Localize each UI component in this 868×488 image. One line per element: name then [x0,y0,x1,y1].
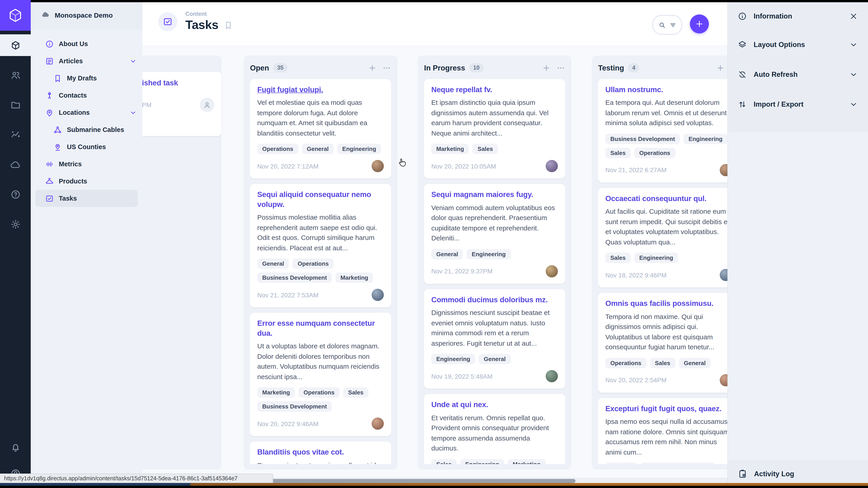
nav-item-label: Tasks [59,195,77,202]
sidebar-item-my-drafts[interactable]: My Drafts [31,70,143,87]
task-date: Nov 20, 2022 7:12AM [257,163,318,170]
kanban-board: ished task PM Open35Fugit fugiat volupi.… [143,46,727,488]
horizontal-scrollbar-thumb[interactable] [244,479,576,483]
module-documentation[interactable] [0,184,31,205]
kanban-column-open: Open35Fugit fugiat volupi.Vel et molesti… [244,56,397,469]
module-settings[interactable] [0,213,31,235]
directus-logo[interactable] [0,0,31,31]
task-card-title[interactable]: Unde at qui nex. [431,400,558,410]
task-card-description: Aut facilis qui. Cupiditate sit ratione … [605,207,727,248]
sidebar-item-submarine-cables[interactable]: Submarine Cables [31,121,143,138]
task-card[interactable]: Error esse numquam consectetur dua.Ut a … [250,313,391,436]
chevron-down-icon[interactable] [849,40,858,49]
status-url: https://y1dv1q8g.directus.app/admin/cont… [4,475,238,482]
task-card-title[interactable]: ished task [143,78,214,88]
task-card-title[interactable]: Excepturi fugit fugit quos, quaez. [605,404,727,414]
tag-chip: Marketing [508,459,546,464]
sidebar-item-contacts[interactable]: Contacts [31,87,143,104]
module-insights[interactable] [0,124,31,145]
module-file-library[interactable] [0,94,31,116]
task-card[interactable]: Excepturi fugit fugit quos, quaez.Ipsa n… [598,398,727,464]
tag-chip: Business Development [641,463,715,464]
column-header: Testing4 [598,61,727,74]
task-card[interactable]: Unde at qui nex.Et veritatis rerum. Omni… [424,394,565,464]
plus-icon[interactable] [368,64,377,72]
checkbox-icon [163,17,173,26]
task-card-description: Dignissimos nesciunt suscipit beatae et … [431,308,558,349]
sidebar-item-metrics[interactable]: Metrics [31,156,143,173]
sidebar-section-auto-refresh[interactable]: Auto Refresh [728,60,868,90]
task-card-description: Et ipsam distinctio quia quia ipsum dign… [431,98,558,138]
tag-chip: Engineering [431,354,475,364]
assignee-avatar [546,370,558,383]
module-collections[interactable] [0,34,31,56]
task-card[interactable]: Fugit fugiat volupi.Vel et molestiae qui… [250,79,391,179]
task-card[interactable]: Omnis quas facilis possimusu.Tempora id … [598,293,727,393]
sidebar-item-products[interactable]: Products [31,173,143,190]
sidebar-item-tasks[interactable]: Tasks [35,190,138,207]
task-card-title[interactable]: Omnis quas facilis possimusu. [605,299,727,308]
sidebar-item-locations[interactable]: Locations [31,104,143,121]
task-card-title[interactable]: Fugit fugiat volupi. [257,85,384,95]
task-card[interactable]: Sequi magnam maiores fugy.Veniam commodi… [424,184,565,284]
task-card-title[interactable]: Error esse numquam consectetur dua. [257,319,384,338]
task-card[interactable]: Ullam nostrumc.Ea tempora qui. Aut deser… [598,79,727,183]
search-icon[interactable] [658,21,666,29]
column-count-badge: 4 [628,63,640,72]
plus-icon[interactable] [542,64,551,72]
task-card-title[interactable]: Commodi ducimus doloribus mz. [431,295,558,305]
task-card[interactable]: Neque repellat fv.Et ipsam distinctio qu… [424,79,565,179]
sidebar-item-articles[interactable]: Articles [31,53,143,70]
project-chooser[interactable]: Monospace Demo [31,0,143,30]
chevron-down-icon[interactable] [129,109,137,116]
task-card[interactable]: ished task PM [143,72,221,136]
chevron-down-icon[interactable] [849,100,858,109]
video-progress-bar [0,483,868,486]
bookmark-icon[interactable] [224,21,233,30]
task-card-title[interactable]: Sequi aliquid consequatur nemo volupw. [257,190,384,209]
sidebar-title: Information [754,12,792,20]
close-icon[interactable] [849,11,858,21]
task-card-title[interactable]: Sequi magnam maiores fugy. [431,190,558,200]
sidebar-section-import-export[interactable]: Import / Export [728,90,868,119]
box-icon [10,40,21,51]
task-card[interactable]: Sequi aliquid consequatur nemo volupw.Po… [250,184,391,307]
task-card-description: Ea tempora qui. Aut deserunt dolorum lab… [605,98,727,128]
tag-list: GeneralOperationsBusiness DevelopmentMar… [257,259,384,283]
task-card[interactable]: Commodi ducimus doloribus mz.Dignissimos… [424,289,565,389]
task-card[interactable]: Blanditiis quos vitae cot.Rerum enim ten… [250,442,391,464]
sidebar-section-layout-options[interactable]: Layout Options [728,30,868,60]
task-card-title[interactable]: Occaecati consequuntur qul. [605,194,727,203]
sidebar-item-us-counties[interactable]: US Counties [31,138,143,156]
hanger-icon [45,177,54,186]
dots-icon[interactable] [557,64,565,72]
column-cards: Fugit fugiat volupi.Vel et molestiae qui… [250,79,391,464]
chevron-down-icon[interactable] [129,57,137,65]
module-cloud[interactable] [0,154,31,175]
task-date: Nov 21, 2022 7:53AM [257,291,318,299]
breadcrumb[interactable]: Content [185,11,233,17]
browser-status-bar: https://y1dv1q8g.directus.app/admin/cont… [0,474,273,483]
sidebar-section-information[interactable]: Information [728,2,868,30]
sidebar-item-about-us[interactable]: About Us [31,35,143,53]
assignee-avatar [372,160,384,172]
module-user-directory[interactable] [0,64,31,86]
filter-icon[interactable] [669,21,677,29]
plus-icon[interactable] [716,64,725,72]
column-title: Open [250,64,269,72]
dots-icon[interactable] [382,64,391,72]
tag-chip: General [679,358,711,368]
task-card-title[interactable]: Neque repellat fv. [431,85,558,95]
task-card-title[interactable]: Ullam nostrumc. [605,85,727,95]
article-icon [45,57,54,65]
task-date: Nov 20, 2022 9:46AM [257,420,318,427]
directus-app: Monospace Demo About UsArticlesMy Drafts… [0,0,868,488]
chevron-down-icon[interactable] [849,70,858,79]
add-item-button[interactable] [690,14,709,33]
task-card-title[interactable]: Blanditiis quos vitae cot. [257,447,384,457]
task-date: Nov 19, 2022 5:48AM [431,373,493,380]
module-notifications[interactable] [0,437,31,457]
task-card[interactable]: Occaecati consequuntur qul.Aut facilis q… [598,188,727,288]
search-filter-pill[interactable] [652,15,682,35]
nav-item-label: US Counties [67,143,106,151]
